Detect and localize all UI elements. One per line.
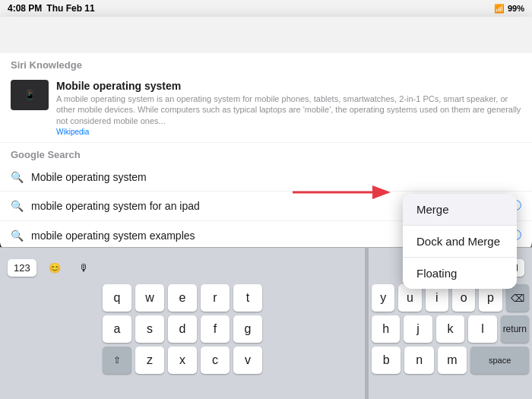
key-w[interactable]: w (135, 284, 164, 312)
key-q[interactable]: q (103, 284, 131, 312)
cm-merge[interactable]: Merge (403, 194, 517, 226)
google-section-header: Google Search (0, 143, 532, 163)
search-text-1: Mobile operating system (31, 171, 521, 183)
key-a[interactable]: a (103, 315, 131, 343)
key-t[interactable]: t (233, 284, 262, 312)
key-return[interactable]: return (501, 315, 529, 343)
key-r[interactable]: r (201, 284, 230, 312)
kb-emoji-button[interactable]: 😊 (43, 259, 67, 277)
key-b[interactable]: b (372, 347, 401, 374)
siri-result-icon: 📱 (11, 80, 49, 110)
search-icon-1: 🔍 (11, 171, 24, 183)
key-e[interactable]: e (168, 284, 197, 312)
kb-right-row-2: h j k l return (372, 315, 529, 343)
keyboard-left: 123 😊 🎙 q w e r t a s d f g ⇧ z x c v (0, 247, 365, 399)
siri-result-desc: A mobile operating system is an operatin… (56, 93, 521, 126)
key-s[interactable]: s (135, 315, 164, 343)
kb-mic-button[interactable]: 🎙 (73, 259, 95, 277)
status-time: 4:08 PM (8, 3, 42, 14)
key-shift[interactable]: ⇧ (103, 347, 131, 374)
key-k[interactable]: k (436, 315, 464, 343)
siri-section-header: Siri Knowledge (0, 53, 532, 74)
key-n[interactable]: n (404, 347, 433, 374)
key-f[interactable]: f (201, 315, 230, 343)
key-y[interactable]: y (372, 284, 394, 312)
kb-right-row-3: b n m space (372, 347, 529, 374)
kb-row-3: ⇧ z x c v (3, 347, 362, 374)
key-m[interactable]: m (438, 347, 467, 374)
search-icon-3: 🔍 (11, 230, 24, 242)
key-c[interactable]: c (201, 347, 230, 374)
key-v[interactable]: v (233, 347, 262, 374)
search-suggestion-1[interactable]: 🔍 Mobile operating system (0, 163, 532, 192)
search-icon-2: 🔍 (11, 200, 24, 212)
key-l[interactable]: l (468, 315, 496, 343)
key-space-right[interactable]: space (470, 347, 529, 374)
kb-left-toolbar: 123 😊 🎙 (3, 254, 362, 281)
status-bar: 4:08 PM Thu Feb 11 📶 99% (0, 0, 532, 17)
siri-result-title: Mobile operating system (56, 80, 521, 92)
status-day: Thu Feb 11 (46, 3, 94, 14)
cm-dock-merge[interactable]: Dock and Merge (403, 226, 517, 258)
key-d[interactable]: d (168, 315, 197, 343)
key-x[interactable]: x (168, 347, 197, 374)
key-g[interactable]: g (233, 315, 262, 343)
kb-row-2: a s d f g (3, 315, 362, 343)
kb-nums-button[interactable]: 123 (8, 259, 36, 277)
battery-icon: 99% (508, 4, 524, 13)
key-j[interactable]: j (404, 315, 432, 343)
siri-result-source: Wikipedia (56, 128, 521, 136)
key-h[interactable]: h (372, 315, 400, 343)
context-menu: Merge Dock and Merge Floating (403, 194, 517, 289)
kb-row-1: q w e r t (3, 284, 362, 312)
cm-floating[interactable]: Floating (403, 258, 517, 289)
key-z[interactable]: z (135, 347, 164, 374)
siri-result-content: Mobile operating system A mobile operati… (56, 80, 521, 136)
wifi-icon: 📶 (494, 4, 505, 14)
siri-result-item[interactable]: 📱 Mobile operating system A mobile opera… (0, 74, 532, 143)
